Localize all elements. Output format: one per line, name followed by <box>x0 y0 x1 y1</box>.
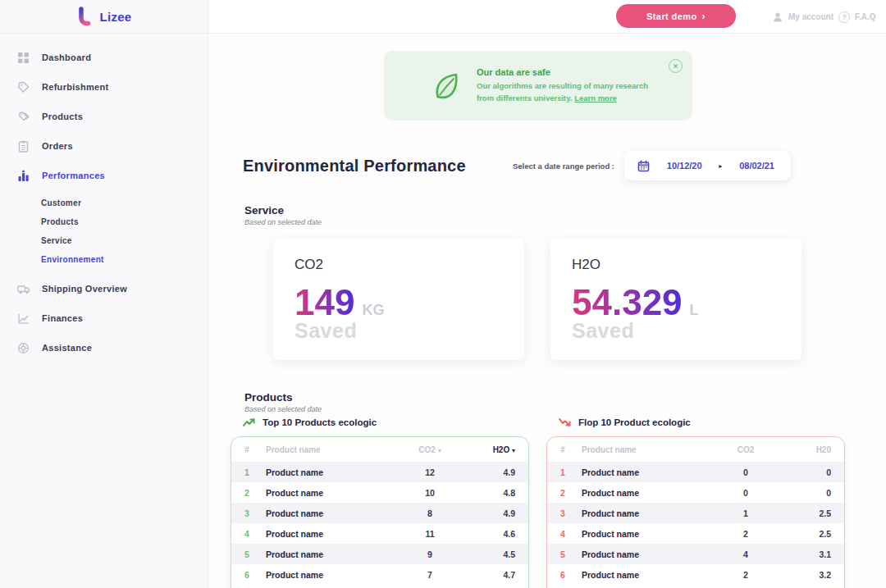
table-header-row: # Product name CO2 H20 <box>547 437 844 462</box>
header-h2o-sort[interactable]: H2O ▾ <box>469 437 528 462</box>
calendar-icon <box>637 160 650 172</box>
row-rank: 5 <box>231 544 263 564</box>
page-heading-row: Environmental Performance Select a date … <box>208 151 886 180</box>
sidebar-nav: Dashboard Refurbishment Products Orders <box>0 34 208 362</box>
sidebar-item-orders[interactable]: Orders <box>0 131 208 161</box>
my-account-label: My account <box>788 12 833 21</box>
co2-value-cell: 1 <box>706 503 785 523</box>
subnav-item-customer[interactable]: Customer <box>0 194 208 212</box>
subnav-item-products[interactable]: Products <box>0 212 208 231</box>
close-icon[interactable]: ✕ <box>669 59 683 73</box>
top10-table-card: # Product name CO2 ▾ H2O ▾ 1Product name… <box>231 436 529 588</box>
products-tags-icon <box>16 110 30 124</box>
trend-up-icon <box>243 417 255 427</box>
leaf-icon <box>431 70 464 103</box>
co2-value: 149 <box>295 285 354 321</box>
banner-body: Our algorithms are resulting of many res… <box>477 80 648 104</box>
h2o-value-cell: 4.5 <box>469 544 528 564</box>
table-row: 4Product name114.6 <box>231 523 528 544</box>
sidebar-item-label: Dashboard <box>42 52 91 62</box>
top10-table-block: Top 10 Products ecologic # Product name … <box>231 417 529 588</box>
faq-button[interactable]: ? F.A.Q <box>838 0 876 34</box>
data-safe-banner: Our data are safe Our algorithms are res… <box>384 51 692 121</box>
sidebar-item-label: Shipping Overview <box>42 284 127 294</box>
performances-subnav: Customer Products Service Environnement <box>0 194 208 269</box>
flop10-table: # Product name CO2 H20 1Product name002P… <box>547 437 844 585</box>
row-rank: 2 <box>231 482 263 503</box>
sidebar-item-label: Refurbishment <box>42 82 109 92</box>
co2-value-cell: 0 <box>706 462 785 482</box>
arrow-right-icon: ▸ <box>719 162 722 170</box>
row-rank: 1 <box>231 462 263 482</box>
h2o-value-cell: 2.5 <box>785 523 844 544</box>
row-rank: 5 <box>547 544 578 564</box>
app-root: Lizee Dashboard Refurbishment Products <box>0 0 886 588</box>
refurbish-tag-icon <box>16 80 30 94</box>
table-row: 5Product name94.5 <box>231 544 528 564</box>
sidebar-item-products[interactable]: Products <box>0 102 208 131</box>
h2o-value-cell: 0 <box>785 482 844 503</box>
date-from[interactable]: 10/12/20 <box>667 161 702 171</box>
header-co2: CO2 <box>706 437 785 462</box>
date-range-group: Select a date range period : 10/12/20 ▸ … <box>513 151 791 180</box>
subnav-item-service[interactable]: Service <box>0 231 208 250</box>
banner-line2: from differents university. <box>477 93 573 103</box>
product-tables-row: Top 10 Products ecologic # Product name … <box>231 417 845 588</box>
sidebar-item-performances[interactable]: Performances <box>0 161 208 190</box>
sidebar-item-finances[interactable]: Finances <box>0 303 208 333</box>
subnav-item-label: Products <box>41 217 79 226</box>
sidebar-item-assistance[interactable]: Assistance <box>0 333 208 362</box>
lizee-logo[interactable]: Lizee <box>0 0 208 34</box>
sidebar-item-shipping-overview[interactable]: Shipping Overview <box>0 274 208 303</box>
row-rank: 6 <box>231 564 263 585</box>
h2o-unit: L <box>690 302 699 319</box>
sidebar-item-refurbishment[interactable]: Refurbishment <box>0 72 208 102</box>
header-product-name: Product name <box>578 437 706 462</box>
flop10-title-row: Flop 10 Product ecologic <box>546 417 845 427</box>
my-account-button[interactable]: My account <box>772 0 833 34</box>
h2o-value-cell: 3.1 <box>785 544 844 564</box>
header-rank: # <box>547 437 578 462</box>
product-name-cell: Product name <box>263 503 390 523</box>
subnav-item-environnement[interactable]: Environnement <box>0 250 208 269</box>
h2o-value-cell: 2.5 <box>785 503 844 523</box>
table-row: 3Product name84.9 <box>231 503 528 523</box>
product-name-cell: Product name <box>263 564 390 585</box>
date-to[interactable]: 08/02/21 <box>739 161 774 171</box>
chevron-right-icon: › <box>702 11 706 22</box>
start-demo-button[interactable]: Start demo › <box>616 4 736 28</box>
header-co2-sort[interactable]: CO2 ▾ <box>390 437 469 462</box>
trend-down-icon <box>559 417 571 427</box>
products-heading: Products <box>244 391 322 403</box>
sidebar-item-label: Orders <box>42 141 73 151</box>
flop10-table-card: # Product name CO2 H20 1Product name002P… <box>546 436 845 588</box>
sidebar-item-dashboard[interactable]: Dashboard <box>0 43 208 72</box>
table-row: 4Product name22.5 <box>547 523 844 544</box>
header-rank: # <box>231 437 263 462</box>
date-range-picker[interactable]: 10/12/20 ▸ 08/02/21 <box>624 151 791 180</box>
row-rank: 3 <box>231 503 263 523</box>
row-rank: 3 <box>547 503 578 523</box>
page-title: Environmental Performance <box>243 157 466 175</box>
row-rank: 2 <box>547 482 578 503</box>
co2-card: CO2 149 KG Saved <box>273 239 524 360</box>
table-header-row: # Product name CO2 ▾ H2O ▾ <box>231 437 528 462</box>
table-row: 6Product name74.7 <box>231 564 528 585</box>
learn-more-link[interactable]: Learn more <box>574 93 617 103</box>
table-row: 2Product name00 <box>547 482 844 503</box>
co2-value-cell: 2 <box>706 564 785 585</box>
finances-chart-icon <box>16 312 30 326</box>
product-name-cell: Product name <box>578 544 706 564</box>
logo-text: Lizee <box>99 10 131 24</box>
table-row: 5Product name43.1 <box>547 544 844 564</box>
orders-clipboard-icon <box>16 139 30 153</box>
sidebar-item-label: Products <box>42 112 83 121</box>
h2o-value-row: 54.329 L <box>572 285 780 321</box>
top10-table: # Product name CO2 ▾ H2O ▾ 1Product name… <box>231 437 528 585</box>
h2o-value-cell: 4.9 <box>469 503 528 523</box>
co2-value-cell: 4 <box>706 544 785 564</box>
product-name-cell: Product name <box>578 462 706 482</box>
h2o-card-title: H2O <box>572 257 780 273</box>
table-row: 3Product name12.5 <box>547 503 844 523</box>
co2-value-cell: 8 <box>390 503 469 523</box>
